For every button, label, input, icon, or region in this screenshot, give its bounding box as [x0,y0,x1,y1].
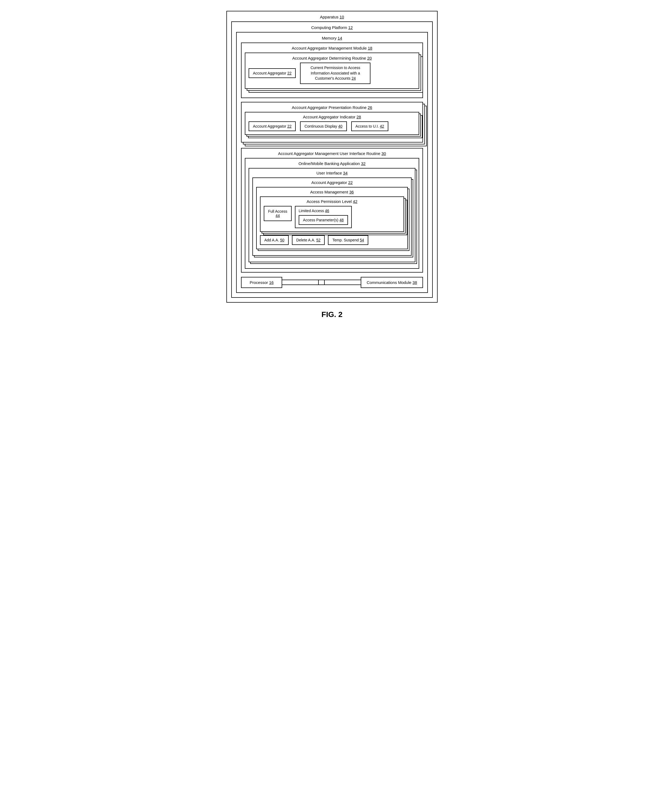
aai-text: Account Aggregator Indicator [303,115,355,119]
connector-bottom-line [282,284,361,285]
add-aa-text: Add A.A. [264,238,279,242]
continuous-display-number: 40 [338,124,343,129]
temp-suspend-text: Temp. Suspend [332,238,358,242]
apl-number: 42 [353,199,358,204]
aa-large-label: Account Aggregator 22 [256,180,408,185]
aapr-box: Account Aggregator Presentation Routine … [241,102,423,142]
access-to-ui-text: Access to U.I. [356,124,379,129]
computing-platform-box: Computing Platform 12 Memory 14 Account … [231,21,433,298]
apl-text: Access Permission Level [306,199,352,204]
comm-module-text: Communications Module [367,280,411,285]
access-row: Full Access 44 [264,206,400,228]
aapr-number: 26 [368,105,372,110]
am-label: Access Management 36 [260,190,404,194]
continuous-display-text: Continuous Display [304,124,337,129]
aamuir-text: Account Aggregator Management User Inter… [278,151,381,156]
aapr-stacked-wrapper: Account Aggregator Presentation Routine … [241,102,423,142]
current-permission-number: 24 [352,76,356,80]
aadr-inner-row: Account Aggregator 22 Current Permission… [249,63,415,84]
aadr-text: Account Aggregator Determining Routine [292,56,366,60]
aa-large-stacked-wrapper: Account Aggregator 22 [252,178,412,256]
delete-aa-text: Delete A.A. [296,238,315,242]
aa-22b-box: Account Aggregator 22 [249,121,296,131]
delete-aa-number: 52 [316,238,321,242]
ui-number: 34 [343,171,348,175]
apparatus-text: Apparatus [320,15,338,19]
limited-access-label: Limited Access 46 [299,209,348,213]
aadr-label: Account Aggregator Determining Routine 2… [249,56,415,60]
connector-area [282,280,361,285]
ui-stacked-wrapper: User Interface 34 Account Aggregator [249,168,415,262]
aa-large-text: Account Aggregator [311,180,347,185]
temp-suspend-number: 54 [360,238,364,242]
processor-box: Processor 16 [241,277,282,288]
omba-label: Online/Mobile Banking Application 32 [249,161,415,166]
aapr-text: Account Aggregator Presentation Routine [292,105,367,110]
aa-22b-text: Account Aggregator [253,124,286,129]
limited-access-number: 46 [325,209,329,213]
full-access-text: Full Access [268,209,287,214]
connector-verticals [318,280,325,284]
aa-large-number: 22 [348,180,353,185]
apparatus-number: 10 [340,15,344,19]
apl-box: Access Permission Level 42 Full Access [260,196,404,232]
connector-v1 [318,280,319,284]
page-container: Apparatus 10 Computing Platform 12 Memor… [221,11,443,319]
aai-stacked-wrapper: Account Aggregator Indicator 28 Account … [245,112,419,135]
aadr-stacked-wrapper: Account Aggregator Determining Routine 2… [245,52,419,89]
aai-box: Account Aggregator Indicator 28 Account … [245,112,419,135]
aa-22a-box: Account Aggregator 22 [249,68,296,78]
add-aa-box: Add A.A. 50 [260,235,289,245]
aa-22a-number: 22 [287,71,292,75]
fig-text: FIG. 2 [321,310,343,319]
aa-22b-number: 22 [287,124,292,129]
omba-number: 32 [361,161,366,166]
aamm-box: Account Aggregator Management Module 18 … [241,42,423,98]
bottom-row: Processor 16 Communications Module [241,277,423,288]
comm-module-number: 38 [412,280,417,285]
aamuir-number: 30 [382,151,386,156]
aa-large-box: Account Aggregator 22 [252,178,412,256]
comm-module-box: Communications Module 38 [361,277,423,288]
am-number: 36 [349,190,354,194]
aai-label: Account Aggregator Indicator 28 [249,115,415,119]
am-stacked-wrapper: Access Management 36 [256,187,408,249]
aamuir-label: Account Aggregator Management User Inter… [245,151,419,156]
omba-text: Online/Mobile Banking Application [298,161,360,166]
aai-inner-row: Account Aggregator 22 Continuous Display… [249,121,415,131]
add-aa-number: 50 [280,238,284,242]
apl-stacked-wrapper: Access Permission Level 42 Full Access [260,196,404,232]
temp-suspend-box: Temp. Suspend 54 [328,235,368,245]
aamm-label: Account Aggregator Management Module 18 [245,46,419,51]
am-box: Access Management 36 [256,187,408,249]
full-access-number: 44 [276,214,280,218]
memory-text: Memory [322,36,336,40]
aapr-label: Account Aggregator Presentation Routine … [245,105,419,110]
computing-platform-label: Computing Platform 12 [236,25,428,30]
access-params-box: Access Parameter(s) 48 [299,215,348,225]
limited-access-container: Limited Access 46 Access Parameter(s) [295,206,352,228]
bottom-buttons-row: Add A.A. 50 Delete A.A. 52 [260,235,404,245]
apl-label: Access Permission Level 42 [264,199,400,204]
aa-22a-text: Account Aggregator [253,71,286,75]
memory-box: Memory 14 Account Aggregator Management … [236,32,428,293]
current-permission-box: Current Permission to Access Information… [300,63,371,84]
am-text: Access Management [310,190,348,194]
full-access-box: Full Access 44 [264,206,292,221]
computing-platform-text: Computing Platform [311,25,347,30]
aadr-number: 20 [367,56,372,60]
apparatus-label: Apparatus 10 [231,15,433,19]
aamm-text: Account Aggregator Management Module [292,46,367,51]
access-to-ui-box: Access to U.I. 42 [351,121,389,131]
limited-access-text: Limited Access [299,209,324,213]
access-to-ui-number: 42 [380,124,384,129]
omba-box: Online/Mobile Banking Application 32 Use… [245,158,419,269]
computing-platform-number: 12 [348,25,353,30]
access-params-text: Access Parameter(s) [303,218,339,222]
aamuir-box: Account Aggregator Management User Inter… [241,148,423,272]
processor-text: Processor [250,280,268,285]
fig-label: FIG. 2 [321,310,343,319]
delete-aa-box: Delete A.A. 52 [292,235,325,245]
aai-number: 28 [356,115,361,119]
memory-number: 14 [338,36,342,40]
